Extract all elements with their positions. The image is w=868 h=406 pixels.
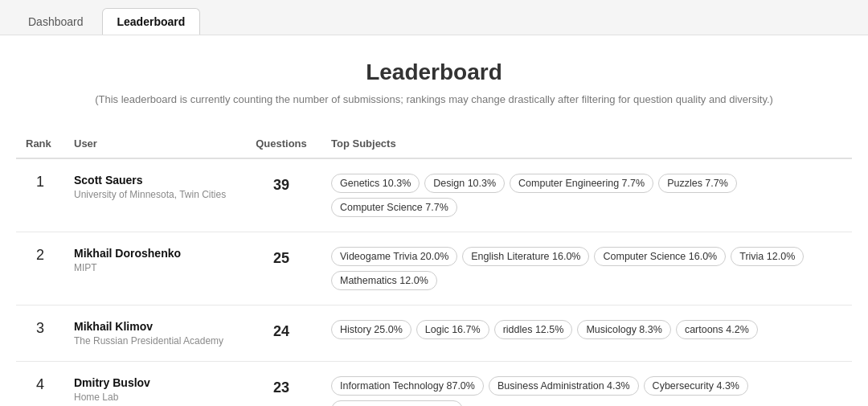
subject-tag: Trivia 12.0%	[731, 247, 804, 266]
tab-dashboard[interactable]: Dashboard	[13, 8, 99, 35]
user-name: Scott Sauers	[74, 174, 231, 187]
subject-tag: Computer Science 16.0%	[594, 247, 726, 266]
questions-count: 24	[251, 320, 312, 340]
table-row: 2Mikhail DoroshenkoMIPT25Videogame Trivi…	[16, 232, 852, 306]
subject-tag: Computer Science 7.7%	[331, 198, 457, 217]
col-header-questions: Questions	[241, 129, 321, 158]
col-header-rank: Rank	[16, 129, 64, 158]
user-cell: Scott SauersUniversity of Minnesota, Twi…	[64, 158, 241, 232]
subjects-cell: History 25.0%Logic 16.7%riddles 12.5%Mus…	[321, 306, 852, 362]
subject-tag: cartoons 4.2%	[676, 320, 758, 339]
user-institution: The Russian Presidential Academy	[74, 335, 231, 347]
user-name: Dmitry Buslov	[74, 376, 231, 389]
user-cell: Dmitry BuslovHome Lab	[64, 362, 241, 407]
subject-tag: Business Administration 4.3%	[489, 376, 639, 396]
subject-tags: Information Technology 87.0%Business Adm…	[331, 376, 842, 406]
subject-tag: Puzzles 7.7%	[658, 174, 737, 193]
questions-cell: 23	[241, 362, 321, 407]
questions-count: 25	[251, 247, 312, 267]
subject-tag: English Literature 16.0%	[462, 247, 589, 266]
rank-cell: 4	[16, 362, 64, 407]
subjects-cell: Genetics 10.3%Design 10.3%Computer Engin…	[321, 158, 852, 232]
subject-tag: Cybersecurity 4.3%	[644, 376, 748, 396]
questions-count: 23	[251, 376, 312, 396]
subject-tag: Mathematics 12.0%	[331, 271, 437, 290]
questions-cell: 39	[241, 158, 321, 232]
user-institution: Home Lab	[74, 392, 231, 403]
table-header-row: Rank User Questions Top Subjects	[16, 129, 852, 158]
tab-leaderboard[interactable]: Leaderboard	[102, 8, 201, 35]
user-cell: Mikhail KlimovThe Russian Presidential A…	[64, 306, 241, 362]
table-row: 3Mikhail KlimovThe Russian Presidential …	[16, 306, 852, 362]
user-institution: University of Minnesota, Twin Cities	[74, 189, 231, 200]
subject-tag: Genetics 10.3%	[331, 174, 420, 193]
page-subtitle: (This leaderboard is currently counting …	[16, 93, 852, 105]
subject-tag: History 25.0%	[331, 320, 411, 339]
rank-cell: 1	[16, 158, 64, 232]
page-title: Leaderboard	[16, 59, 852, 85]
subjects-cell: Information Technology 87.0%Business Adm…	[321, 362, 852, 407]
subject-tag: Musicology 8.3%	[577, 320, 671, 339]
user-institution: MIPT	[74, 262, 231, 273]
subject-tags: Genetics 10.3%Design 10.3%Computer Engin…	[331, 174, 842, 217]
subjects-cell: Videogame Trivia 20.0%English Literature…	[321, 232, 852, 306]
user-name: Mikhail Doroshenko	[74, 247, 231, 260]
subject-tag: Information Technology 87.0%	[331, 376, 484, 396]
col-header-top-subjects: Top Subjects	[321, 129, 852, 158]
subject-tag: Computer Engineering 7.7%	[510, 174, 653, 193]
questions-cell: 25	[241, 232, 321, 306]
user-name: Mikhail Klimov	[74, 320, 231, 333]
tab-bar: Dashboard Leaderboard	[0, 0, 868, 35]
subject-tags: Videogame Trivia 20.0%English Literature…	[331, 247, 842, 290]
table-row: 1Scott SauersUniversity of Minnesota, Tw…	[16, 158, 852, 232]
leaderboard-table: Rank User Questions Top Subjects 1Scott …	[16, 129, 852, 406]
subject-tag: Design 10.3%	[424, 174, 505, 193]
rank-cell: 2	[16, 232, 64, 306]
subject-tag: Artificial Intelligence 4.3%	[331, 400, 463, 406]
rank-cell: 3	[16, 306, 64, 362]
questions-cell: 24	[241, 306, 321, 362]
subject-tags: History 25.0%Logic 16.7%riddles 12.5%Mus…	[331, 320, 842, 339]
page-content: Leaderboard (This leaderboard is current…	[0, 35, 868, 406]
table-row: 4Dmitry BuslovHome Lab23Information Tech…	[16, 362, 852, 407]
col-header-user: User	[64, 129, 241, 158]
subject-tag: Videogame Trivia 20.0%	[331, 247, 457, 266]
user-cell: Mikhail DoroshenkoMIPT	[64, 232, 241, 306]
subject-tag: Logic 16.7%	[416, 320, 489, 339]
questions-count: 39	[251, 174, 312, 194]
subject-tag: riddles 12.5%	[494, 320, 573, 339]
